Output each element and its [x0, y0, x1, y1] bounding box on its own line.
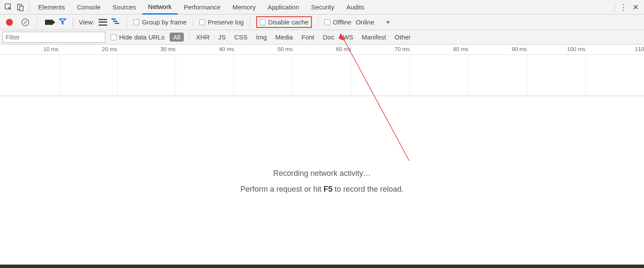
separator	[29, 3, 30, 12]
timeline-tick: 100 ms	[567, 46, 586, 52]
separator	[189, 33, 189, 42]
timeline-tick: 50 ms	[278, 46, 293, 52]
timeline-tick: 90 ms	[512, 46, 527, 52]
filter-type-media[interactable]: Media	[274, 33, 295, 42]
tab-network[interactable]: Network	[142, 0, 178, 15]
separator	[193, 18, 193, 27]
filter-type-font[interactable]: Font	[300, 33, 316, 42]
waterfall-view-icon[interactable]	[111, 18, 121, 26]
tab-elements[interactable]: Elements	[32, 0, 71, 15]
view-label: View:	[79, 18, 94, 26]
more-options-icon[interactable]: ⋮	[617, 1, 629, 13]
timeline-tick: 20 ms	[102, 46, 117, 52]
timeline-tick: 80 ms	[453, 46, 468, 52]
separator	[318, 18, 318, 27]
filter-type-all[interactable]: All	[170, 33, 184, 42]
filter-type-js[interactable]: JS	[216, 33, 228, 42]
filter-type-img[interactable]: Img	[255, 33, 269, 42]
separator	[127, 18, 127, 27]
timeline-tick: 30 ms	[160, 46, 175, 52]
disable-cache-label: Disable cache	[268, 18, 309, 26]
capture-screenshots-icon[interactable]	[45, 20, 53, 25]
devtools-tabbar: Elements Console Sources Network Perform…	[0, 0, 644, 15]
svg-rect-5	[115, 23, 119, 24]
tab-console[interactable]: Console	[71, 0, 107, 15]
close-icon[interactable]: ✕	[629, 1, 641, 13]
group-by-frame-label: Group by frame	[142, 18, 186, 26]
timeline-tick: 70 ms	[395, 46, 410, 52]
timeline-ticks: 10 ms 20 ms 30 ms 40 ms 50 ms 60 ms 70 m…	[0, 45, 644, 55]
hide-data-urls-checkbox[interactable]: Hide data URLs	[111, 33, 165, 41]
inspect-element-icon[interactable]	[3, 1, 15, 13]
separator	[72, 18, 73, 27]
tab-performance[interactable]: Performance	[178, 0, 227, 15]
large-rows-icon[interactable]	[99, 19, 107, 26]
tab-application[interactable]: Application	[262, 0, 305, 15]
group-by-frame-checkbox[interactable]: Group by frame	[133, 18, 186, 26]
filter-type-manifest[interactable]: Manifest	[360, 33, 388, 42]
tab-security[interactable]: Security	[305, 0, 340, 15]
hint-key: F5	[323, 185, 332, 193]
preserve-log-label: Preserve log	[208, 18, 244, 26]
preserve-log-checkbox[interactable]: Preserve log	[199, 18, 244, 26]
empty-state-message: Recording network activity… Perform a re…	[0, 169, 644, 194]
filter-type-other[interactable]: Other	[393, 33, 413, 42]
filter-bar: Hide data URLs All XHR JS CSS Img Media …	[0, 30, 644, 45]
recording-status-text: Recording network activity…	[0, 169, 644, 178]
device-toolbar-icon[interactable]	[15, 1, 27, 13]
network-toolbar: View: Group by frame Preserve log Disabl…	[0, 15, 644, 30]
timeline-tick: 60 ms	[336, 46, 351, 52]
tab-memory[interactable]: Memory	[227, 0, 262, 15]
record-button[interactable]	[6, 19, 13, 26]
svg-rect-2	[20, 6, 23, 11]
separator	[614, 3, 615, 12]
timeline-overview[interactable]: 10 ms 20 ms 30 ms 40 ms 50 ms 60 ms 70 m…	[0, 45, 644, 96]
svg-rect-4	[113, 21, 117, 22]
filter-type-ws[interactable]: WS	[341, 33, 355, 42]
tab-audits[interactable]: Audits	[340, 0, 370, 15]
offline-checkbox[interactable]: Offline	[324, 18, 351, 26]
timeline-tick: 10 ms	[43, 46, 58, 52]
clear-icon[interactable]	[21, 18, 29, 26]
hint-suffix: to record the reload.	[332, 185, 404, 193]
tab-sources[interactable]: Sources	[107, 0, 142, 15]
offline-label: Offline	[333, 18, 351, 26]
chevron-down-icon: ▼	[386, 19, 391, 25]
disable-cache-checkbox[interactable]: Disable cache	[260, 18, 309, 26]
timeline-tick: 40 ms	[219, 46, 234, 52]
separator	[250, 18, 250, 27]
svg-rect-3	[111, 18, 116, 20]
throttling-value: Online	[356, 18, 374, 26]
disable-cache-highlight: Disable cache	[256, 16, 312, 28]
filter-type-xhr[interactable]: XHR	[195, 33, 212, 42]
filter-type-doc[interactable]: Doc	[321, 33, 336, 42]
filter-toggle-icon[interactable]	[59, 18, 66, 27]
hint-prefix: Perform a request or hit	[240, 185, 323, 193]
filter-input[interactable]	[3, 32, 105, 43]
throttling-select[interactable]: Online ▼	[356, 18, 390, 26]
timeline-tick: 110	[635, 46, 644, 52]
hint-text: Perform a request or hit F5 to record th…	[0, 185, 644, 194]
separator	[37, 18, 37, 27]
filter-type-css[interactable]: CSS	[233, 33, 249, 42]
hide-data-urls-label: Hide data URLs	[119, 33, 165, 41]
bottom-bar	[0, 265, 644, 268]
